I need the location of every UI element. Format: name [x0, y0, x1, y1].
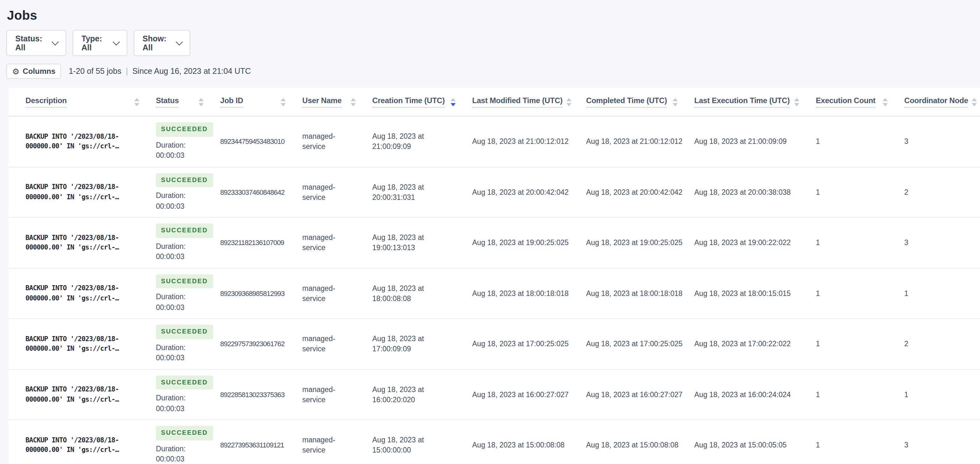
status-filter-label: Status: All	[15, 34, 46, 52]
jobs-page: Jobs Status: All Type: All Show: All ⚙ C…	[0, 0, 980, 464]
column-header-job-id[interactable]: Job ID	[220, 88, 302, 116]
job-description-link[interactable]: BACKUP INTO '/2023/08/18-000000.00' IN '…	[8, 420, 156, 464]
duration-value: 00:00:03	[156, 201, 202, 211]
status-badge: SUCCEEDED	[156, 426, 213, 440]
sort-icon[interactable]	[883, 98, 888, 106]
duration-label: Duration:	[156, 443, 202, 454]
job-id-cell: 892333037460848642	[220, 167, 302, 217]
job-status-cell: SUCCEEDED Duration: 00:00:03	[156, 420, 220, 464]
column-header-status[interactable]: Status	[156, 88, 220, 116]
duration-label: Duration:	[156, 292, 202, 302]
table-header-row: Description Status Job ID User Name Crea…	[8, 88, 980, 116]
creation-time-cell: Aug 18, 2023 at 19:00:13:013	[372, 217, 472, 268]
job-status-cell: SUCCEEDED Duration: 00:00:03	[156, 369, 220, 420]
job-description-link[interactable]: BACKUP INTO '/2023/08/18-000000.00' IN '…	[8, 369, 156, 420]
column-header-description[interactable]: Description	[8, 88, 156, 116]
job-description-link[interactable]: BACKUP INTO '/2023/08/18-000000.00' IN '…	[8, 268, 156, 319]
user-name-cell: managed-service	[302, 420, 372, 464]
last-modified-time-cell: Aug 18, 2023 at 17:00:25:025	[472, 319, 586, 369]
status-badge: SUCCEEDED	[156, 122, 213, 137]
execution-count-cell: 1	[816, 217, 904, 268]
last-modified-time-cell: Aug 18, 2023 at 19:00:25:025	[472, 217, 586, 268]
type-filter-dropdown[interactable]: Type: All	[73, 30, 127, 56]
job-description-link[interactable]: BACKUP INTO '/2023/08/18-000000.00' IN '…	[8, 217, 156, 268]
execution-count-cell: 1	[816, 369, 904, 420]
column-header-completed-time[interactable]: Completed Time (UTC)	[586, 88, 694, 116]
sort-icon[interactable]	[199, 98, 204, 106]
column-header-user-name[interactable]: User Name	[302, 88, 372, 116]
execution-count-cell: 1	[816, 319, 904, 369]
show-filter-label: Show: All	[143, 34, 170, 52]
status-filter-dropdown[interactable]: Status: All	[6, 30, 66, 56]
duration-value: 00:00:03	[156, 352, 202, 363]
last-modified-time-cell: Aug 18, 2023 at 16:00:27:027	[472, 369, 586, 420]
last-modified-time-cell: Aug 18, 2023 at 20:00:42:042	[472, 167, 586, 217]
jobs-count-info: 1-20 of 55 jobs | Since Aug 16, 2023 at …	[69, 67, 251, 76]
job-description-link[interactable]: BACKUP INTO '/2023/08/18-000000.00' IN '…	[8, 116, 156, 167]
execution-count-cell: 1	[816, 268, 904, 319]
column-header-coordinator-node[interactable]: Coordinator Node	[904, 88, 980, 116]
completed-time-cell: Aug 18, 2023 at 17:00:25:025	[586, 319, 694, 369]
duration-label: Duration:	[156, 190, 202, 201]
sort-icon[interactable]	[351, 98, 356, 106]
last-execution-time-cell: Aug 18, 2023 at 19:00:22:022	[694, 217, 816, 268]
sort-icon[interactable]	[673, 98, 678, 106]
completed-time-cell: Aug 18, 2023 at 15:00:08:08	[586, 420, 694, 464]
user-name-cell: managed-service	[302, 116, 372, 167]
duration-label: Duration:	[156, 140, 202, 150]
coordinator-node-cell: 1	[904, 268, 980, 319]
show-filter-dropdown[interactable]: Show: All	[134, 30, 190, 56]
job-id-cell: 892285813023375363	[220, 369, 302, 420]
filter-bar: Status: All Type: All Show: All	[6, 30, 190, 56]
column-header-last-execution-time[interactable]: Last Execution Time (UTC)	[694, 88, 816, 116]
coordinator-node-cell: 2	[904, 319, 980, 369]
column-header-execution-count[interactable]: Execution Count	[816, 88, 904, 116]
last-execution-time-cell: Aug 18, 2023 at 20:00:38:038	[694, 167, 816, 217]
chevron-down-icon	[51, 38, 59, 45]
job-status-cell: SUCCEEDED Duration: 00:00:03	[156, 167, 220, 217]
page-title: Jobs	[7, 8, 37, 23]
duration-value: 00:00:03	[156, 150, 202, 161]
sort-icon[interactable]	[134, 98, 139, 106]
last-execution-time-cell: Aug 18, 2023 at 18:00:15:015	[694, 268, 816, 319]
jobs-count-text: 1-20 of 55 jobs	[69, 67, 121, 76]
table-row: BACKUP INTO '/2023/08/18-000000.00' IN '…	[8, 116, 980, 167]
sort-icon[interactable]	[566, 98, 571, 106]
sort-icon[interactable]	[972, 98, 977, 106]
separator: |	[126, 67, 128, 76]
status-badge: SUCCEEDED	[156, 274, 213, 288]
last-execution-time-cell: Aug 18, 2023 at 21:00:09:09	[694, 116, 816, 167]
job-id-cell: 892344759453483010	[220, 116, 302, 167]
table-row: BACKUP INTO '/2023/08/18-000000.00' IN '…	[8, 319, 980, 369]
last-execution-time-cell: Aug 18, 2023 at 16:00:24:024	[694, 369, 816, 420]
since-text: Since Aug 16, 2023 at 21:04 UTC	[132, 67, 251, 76]
job-id-cell: 892309368985812993	[220, 268, 302, 319]
sort-icon[interactable]	[794, 98, 799, 106]
user-name-cell: managed-service	[302, 217, 372, 268]
table-row: BACKUP INTO '/2023/08/18-000000.00' IN '…	[8, 167, 980, 217]
execution-count-cell: 1	[816, 420, 904, 464]
coordinator-node-cell: 3	[904, 420, 980, 464]
job-status-cell: SUCCEEDED Duration: 00:00:03	[156, 268, 220, 319]
user-name-cell: managed-service	[302, 167, 372, 217]
job-status-cell: SUCCEEDED Duration: 00:00:03	[156, 217, 220, 268]
job-description-link[interactable]: BACKUP INTO '/2023/08/18-000000.00' IN '…	[8, 319, 156, 369]
user-name-cell: managed-service	[302, 369, 372, 420]
creation-time-cell: Aug 18, 2023 at 15:00:00:00	[372, 420, 472, 464]
jobs-table: Description Status Job ID User Name Crea…	[8, 88, 980, 464]
completed-time-cell: Aug 18, 2023 at 20:00:42:042	[586, 167, 694, 217]
table-row: BACKUP INTO '/2023/08/18-000000.00' IN '…	[8, 420, 980, 464]
creation-time-cell: Aug 18, 2023 at 21:00:09:09	[372, 116, 472, 167]
sort-icon[interactable]	[450, 98, 456, 106]
duration-value: 00:00:03	[156, 454, 202, 464]
last-modified-time-cell: Aug 18, 2023 at 21:00:12:012	[472, 116, 586, 167]
creation-time-cell: Aug 18, 2023 at 17:00:09:09	[372, 319, 472, 369]
column-header-creation-time[interactable]: Creation Time (UTC)	[372, 88, 472, 116]
job-description-link[interactable]: BACKUP INTO '/2023/08/18-000000.00' IN '…	[8, 167, 156, 217]
column-header-last-modified-time[interactable]: Last Modified Time (UTC)	[472, 88, 586, 116]
chevron-down-icon	[113, 38, 120, 45]
job-status-cell: SUCCEEDED Duration: 00:00:03	[156, 116, 220, 167]
columns-button[interactable]: ⚙ Columns	[6, 64, 61, 79]
sort-icon[interactable]	[281, 98, 286, 106]
user-name-cell: managed-service	[302, 268, 372, 319]
